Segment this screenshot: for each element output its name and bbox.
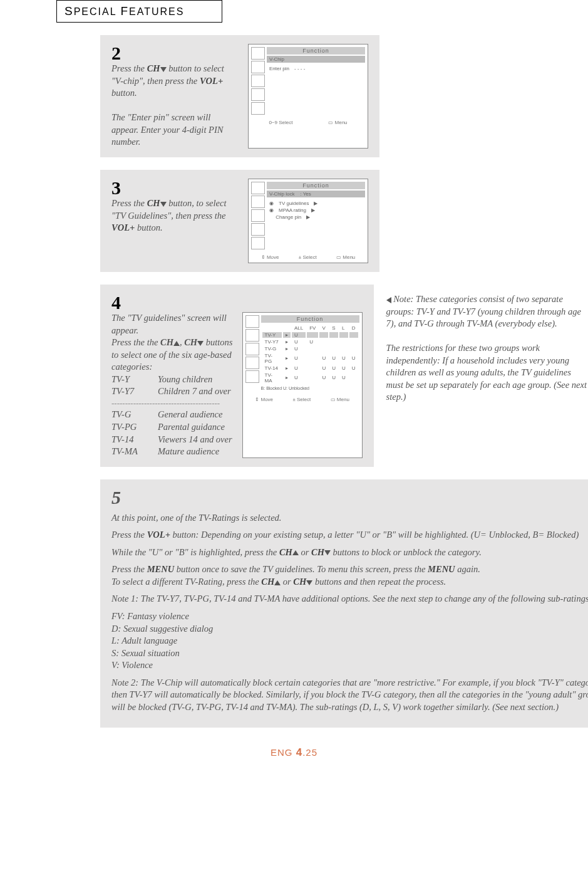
menu-icon <box>245 343 259 355</box>
menu-icon <box>251 237 265 249</box>
osd-screenshot-2: Function V-Chip Enter pin- - - - 0~9 Sel… <box>248 44 368 149</box>
menu-icon <box>251 75 265 87</box>
sub-rating: S: Sexual situation <box>111 648 180 658</box>
up-icon <box>274 580 281 585</box>
down-icon <box>197 341 204 346</box>
step-2: 2 Press the CH button to select "V-chip"… <box>100 35 379 157</box>
menu-icon <box>251 223 265 236</box>
right-icon: ▸ <box>283 346 291 352</box>
right-icon: ▸ <box>283 372 291 384</box>
step-number: 5 <box>111 488 588 507</box>
plusminus-icon: ± <box>292 397 295 402</box>
menu-icon <box>251 182 265 194</box>
down-icon <box>324 550 331 555</box>
menu-icon <box>245 329 259 342</box>
up-icon <box>173 341 180 346</box>
menu-icon <box>251 47 265 60</box>
osd-bar: V-Chip <box>267 56 365 63</box>
menu-icon <box>251 102 265 115</box>
sub-rating: V: Violence <box>111 660 153 670</box>
step-number: 4 <box>111 293 363 312</box>
rating-row: TV-MAMature audience <box>111 446 234 458</box>
menu-icon <box>245 357 259 369</box>
osd-bar: V-Chip lock : Yes <box>267 191 365 197</box>
step-5: 5 At this point, one of the TV-Ratings i… <box>100 479 588 728</box>
page-footer: ENG 4.25 <box>0 746 588 759</box>
rating-row: TV-14Viewers 14 and over <box>111 434 234 446</box>
updown-icon: ⇕ <box>261 254 266 260</box>
step-3-text: Press the CH button, to select "TV Guide… <box>111 197 237 234</box>
menu-icon: ▭ <box>336 254 341 260</box>
step-number: 3 <box>111 179 237 197</box>
menu-icon <box>251 209 265 222</box>
step-3: 3 Press the CH button, to select "TV Gui… <box>100 170 379 272</box>
down-icon <box>306 580 312 585</box>
rating-row: TV-PGParental guidance <box>111 421 234 434</box>
ratings-table: ALLFVVSLD TV-Y▸U TV-Y7▸UU TV-G▸U TV-PG▸U… <box>261 324 359 385</box>
down-icon <box>160 67 167 72</box>
up-icon <box>292 550 299 555</box>
dot-icon: ◉ <box>269 201 274 206</box>
right-icon: ▸ <box>283 339 291 345</box>
right-icon: ▶ <box>314 201 317 206</box>
step-number: 2 <box>111 44 237 63</box>
right-icon: ▶ <box>306 214 310 220</box>
menu-icon <box>245 315 259 328</box>
menu-icon: ▭ <box>328 120 333 125</box>
right-icon: ▸ <box>283 353 291 364</box>
menu-icon: ▭ <box>331 397 336 402</box>
right-icon: ▸ <box>283 365 291 371</box>
step-4: 4 The "TV guidelines" screen will appear… <box>100 285 374 467</box>
plusminus-icon: ± <box>299 254 301 260</box>
updown-icon: ⇕ <box>255 397 259 402</box>
osd-title: Function <box>261 315 359 323</box>
menu-icon <box>251 88 265 101</box>
dot-icon: ◉ <box>269 207 274 213</box>
step-2-text: Press the CH button to select "V-chip", … <box>111 63 237 149</box>
page-title: SPECIAL FEATURES <box>57 1 222 22</box>
sub-rating: FV: Fantasy violence <box>111 611 189 621</box>
sub-rating: D: Sexual suggestive dialog <box>111 624 213 634</box>
legend: B: Blocked U: Unblocked <box>261 385 359 392</box>
rating-row: TV-Y7Children 7 and over <box>111 385 234 398</box>
step-4-note: Note: These categories consist of two se… <box>386 285 588 467</box>
menu-icon <box>251 61 265 73</box>
rating-row: TV-GGeneral audience <box>111 409 234 421</box>
menu-icon <box>245 370 259 383</box>
osd-screenshot-3: Function V-Chip lock : Yes ◉TV guideline… <box>248 179 368 263</box>
down-icon <box>160 202 167 207</box>
right-icon: ▸ <box>283 332 291 338</box>
osd-title: Function <box>267 182 365 189</box>
osd-screenshot-4: Function ALLFVVSLD TV-Y▸U TV-Y7▸UU TV-G▸… <box>242 312 363 458</box>
osd-title: Function <box>267 47 365 55</box>
sub-rating: L: Adult language <box>111 635 177 645</box>
right-icon: ▶ <box>311 207 315 213</box>
rating-row: TV-YYoung children <box>111 374 234 386</box>
divider: ---------------------------------------- <box>111 398 234 409</box>
left-icon <box>386 297 391 303</box>
header-box: SPECIAL FEATURES <box>56 0 222 23</box>
menu-icon <box>251 196 265 208</box>
